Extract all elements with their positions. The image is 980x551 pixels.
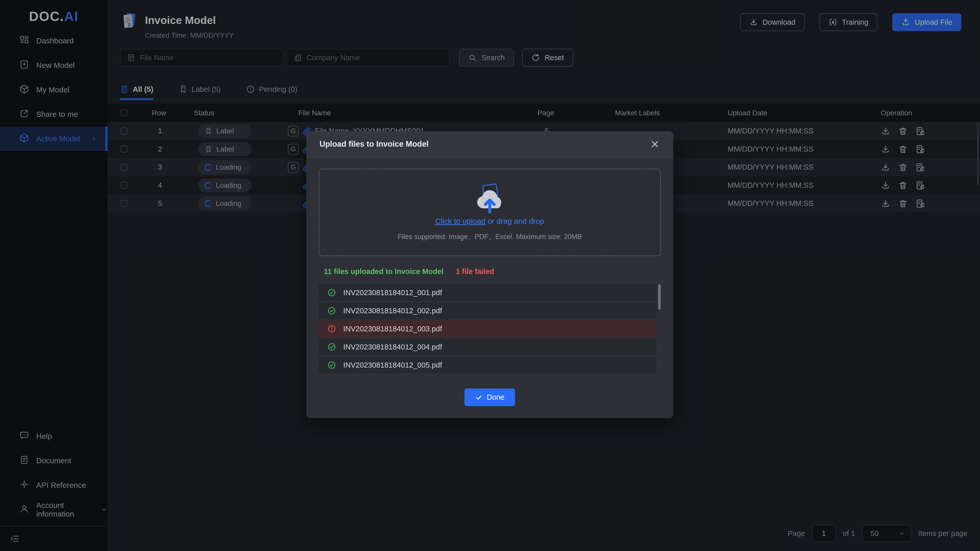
uploaded-file-name: INV20230818184012_005.pdf [343, 361, 442, 369]
check-icon [475, 394, 483, 401]
file-list-scrollbar[interactable] [658, 284, 661, 373]
upload-failed-text: 1 file failed [456, 267, 494, 276]
uploaded-file-row: INV20230818184012_004.pdf [319, 338, 656, 355]
check-circle-icon [328, 306, 336, 315]
upload-instruction: Click to upload or drag and drop [435, 217, 544, 225]
uploaded-file-row: INV20230818184012_001.pdf [319, 284, 656, 301]
upload-success-text: 11 files uploaded to Invoice Model [324, 267, 444, 276]
uploaded-file-name: INV20230818184012_003.pdf [343, 325, 442, 333]
drag-drop-text: or drag and drop [485, 217, 544, 225]
uploaded-file-row: INV20230818184012_003.pdf [319, 321, 656, 337]
uploaded-file-name: INV20230818184012_004.pdf [343, 343, 442, 351]
close-button[interactable] [650, 139, 660, 149]
check-circle-icon [328, 343, 336, 351]
upload-dropzone[interactable]: Click to upload or drag and drop Files s… [319, 168, 661, 256]
done-button[interactable]: Done [465, 389, 515, 406]
upload-cloud-icon [472, 184, 508, 214]
close-icon [650, 139, 660, 149]
done-label: Done [487, 393, 504, 402]
modal-title: Upload files to Invoice Model [320, 140, 650, 149]
check-circle-icon [328, 361, 336, 369]
uploaded-file-row: INV20230818184012_005.pdf [319, 357, 656, 373]
error-circle-icon [328, 324, 336, 333]
uploaded-file-row: INV20230818184012_002.pdf [319, 302, 656, 319]
uploaded-file-name: INV20230818184012_002.pdf [343, 306, 442, 315]
app-screen: DOC.AI Dashboard New Model My Model Shar… [0, 0, 980, 551]
upload-summary: 11 files uploaded to Invoice Model 1 fil… [324, 267, 494, 276]
upload-hint: Files supported: Image、PDF、Excel. Maximu… [398, 232, 582, 241]
scrollbar-thumb[interactable] [658, 284, 661, 310]
check-circle-icon [328, 288, 336, 297]
uploaded-file-name: INV20230818184012_001.pdf [343, 289, 442, 297]
uploaded-file-list: INV20230818184012_001.pdf INV20230818184… [319, 284, 656, 373]
modal-header: Upload files to Invoice Model [306, 131, 673, 158]
upload-modal: Upload files to Invoice Model Click to u… [306, 131, 673, 418]
click-to-upload-link[interactable]: Click to upload [435, 217, 486, 225]
